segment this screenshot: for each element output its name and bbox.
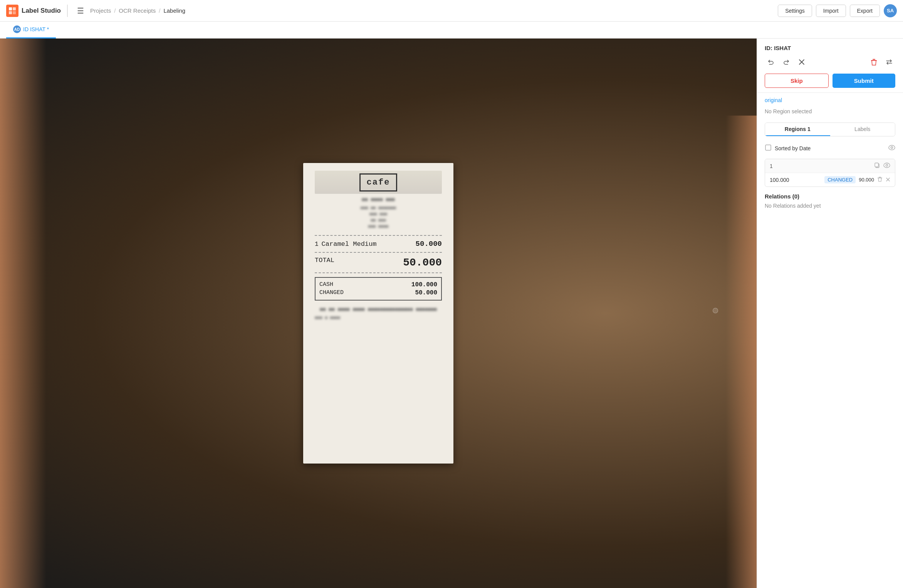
- submit-button[interactable]: Submit: [833, 74, 896, 88]
- close-button[interactable]: [796, 56, 808, 68]
- eye-toggle-button[interactable]: [888, 145, 895, 152]
- no-region-area: No Region selected: [757, 108, 903, 118]
- redo-button[interactable]: [780, 56, 792, 68]
- region-item-header: 1: [765, 159, 895, 173]
- import-button[interactable]: Import: [816, 5, 846, 17]
- no-relations-text: No Relations added yet: [765, 203, 895, 209]
- svg-rect-1: [9, 7, 12, 10]
- image-area[interactable]: cafe ■■ ■■■■ ■■■ ■■■ ■■ ■■■■■■■ ■■■ ■■■ …: [0, 39, 757, 588]
- logo-icon: [6, 5, 18, 17]
- breadcrumb: Projects / OCR Receipts / Labeling: [90, 7, 185, 14]
- dashed-line-1: [315, 235, 442, 236]
- breadcrumb-project-name[interactable]: OCR Receipts: [119, 7, 156, 14]
- region-tag-changed: CHANGED: [824, 176, 856, 183]
- no-region-text: No Region selected: [765, 107, 812, 119]
- sorted-by-date-region: Sorted by Date: [765, 142, 895, 155]
- item-price: 50.000: [416, 240, 442, 248]
- total-price: 50.000: [403, 257, 442, 269]
- relations-title: Relations (0): [765, 193, 895, 200]
- cursor-indicator: [713, 308, 718, 313]
- receipt-blurred-footer2: ■■■ ■ ■■■■: [315, 316, 442, 320]
- topnav: Label Studio ☰ Projects / OCR Receipts /…: [0, 0, 903, 22]
- subnav-tab-id[interactable]: AD ID ISHAT *: [6, 22, 56, 39]
- cash-label: CASH: [319, 281, 333, 288]
- svg-rect-2: [13, 7, 16, 10]
- region-value: 100.000: [770, 177, 821, 183]
- changed-label: CHANGED: [319, 289, 344, 296]
- task-id-label: ID: ISHAT: [765, 45, 895, 51]
- right-panel: ID: ISHAT Skip: [757, 39, 903, 588]
- receipt-total-row: TOTAL 50.000: [315, 257, 442, 269]
- app-title: Label Studio: [22, 7, 61, 15]
- svg-point-11: [891, 147, 893, 149]
- region-eye-button[interactable]: [883, 162, 890, 170]
- receipt-footer: ■■ ■■ ■■■■ ■■■■ ■■■■■■■■■■■■■■■ ■■■■■■■ …: [315, 307, 442, 320]
- cash-box: CASH 100.000 CHANGED 50.000: [315, 277, 442, 301]
- item-name: Caramel Medium: [322, 240, 416, 248]
- export-button[interactable]: Export: [850, 5, 880, 17]
- receipt-blurred-detail3: ■■ ■■■: [315, 218, 442, 223]
- region-item-number: 1: [770, 163, 874, 169]
- changed-row: CHANGED 50.000: [319, 289, 437, 296]
- region-close-button[interactable]: [886, 176, 890, 183]
- breadcrumb-current: Labeling: [163, 7, 185, 14]
- regions-labels-tabs: Regions 1 Labels: [765, 123, 895, 136]
- receipt-blurred-address: ■■ ■■■■ ■■■: [315, 197, 442, 203]
- svg-point-14: [884, 163, 890, 168]
- total-label: TOTAL: [315, 257, 334, 269]
- tab-regions[interactable]: Regions 1: [765, 123, 830, 136]
- svg-rect-17: [879, 177, 881, 178]
- region-item-box: 1 100.000 CHANGED 90.000: [765, 159, 895, 187]
- relations-section: Relations (0) No Relations added yet: [757, 187, 903, 209]
- svg-rect-9: [765, 145, 771, 150]
- hamburger-menu[interactable]: ☰: [77, 6, 84, 15]
- receipt-blurred-detail1: ■■■ ■■ ■■■■■■■: [315, 206, 442, 210]
- dashed-line-3: [315, 272, 442, 273]
- receipt-blurred-footer1: ■■ ■■ ■■■■ ■■■■ ■■■■■■■■■■■■■■■ ■■■■■■■: [315, 307, 442, 312]
- changed-value: 50.000: [415, 289, 437, 296]
- user-badge: AD: [13, 25, 21, 33]
- swap-button[interactable]: [883, 56, 895, 68]
- tab-labels[interactable]: Labels: [830, 123, 895, 136]
- receipt-item-row: 1 Caramel Medium 50.000: [315, 240, 442, 248]
- original-link-area: original: [757, 93, 903, 108]
- region-tag-value: 90.000: [859, 177, 874, 183]
- region-item-body: 100.000 CHANGED 90.000: [765, 173, 895, 186]
- breadcrumb-sep2: /: [159, 7, 160, 14]
- undo-button[interactable]: [765, 56, 777, 68]
- receipt-blurred-detail2: ■■■ ■■■: [315, 212, 442, 217]
- subnav: AD ID ISHAT *: [0, 22, 903, 39]
- svg-point-10: [889, 145, 895, 150]
- svg-rect-13: [875, 163, 878, 167]
- toolbar-row: [765, 56, 895, 68]
- item-number: 1: [315, 241, 319, 248]
- dashed-line-2: [315, 252, 442, 253]
- region-delete-button[interactable]: [877, 176, 883, 183]
- svg-rect-3: [9, 11, 12, 14]
- original-link[interactable]: original: [765, 97, 782, 103]
- svg-rect-4: [13, 11, 16, 14]
- region-item-actions: [874, 162, 890, 170]
- region-copy-button[interactable]: [874, 162, 880, 170]
- image-content: cafe ■■ ■■■■ ■■■ ■■■ ■■ ■■■■■■■ ■■■ ■■■ …: [0, 39, 757, 588]
- nav-actions: Settings Import Export SA: [778, 4, 897, 17]
- settings-button[interactable]: Settings: [778, 5, 812, 17]
- action-buttons: Skip Submit: [765, 74, 895, 88]
- cash-section: CASH 100.000 CHANGED 50.000: [315, 277, 442, 301]
- breadcrumb-projects[interactable]: Projects: [90, 7, 111, 14]
- svg-point-15: [886, 165, 888, 166]
- sorted-by-date-label[interactable]: Sorted by Date: [775, 145, 885, 151]
- task-tab-text: ID ISHAT *: [23, 26, 49, 32]
- right-header: ID: ISHAT Skip: [757, 39, 903, 93]
- delete-button[interactable]: [868, 56, 880, 68]
- region-checkbox-icon: [765, 144, 772, 153]
- receipt-paper: cafe ■■ ■■■■ ■■■ ■■■ ■■ ■■■■■■■ ■■■ ■■■ …: [303, 163, 453, 464]
- breadcrumb-sep1: /: [114, 7, 116, 14]
- receipt-header: cafe ■■ ■■■■ ■■■ ■■■ ■■ ■■■■■■■ ■■■ ■■■ …: [315, 171, 442, 229]
- svg-rect-0: [6, 5, 18, 17]
- skip-button[interactable]: Skip: [765, 74, 829, 88]
- cash-row: CASH 100.000: [319, 281, 437, 288]
- cafe-box: cafe: [359, 173, 398, 192]
- avatar[interactable]: SA: [884, 4, 897, 17]
- logo-area: Label Studio: [6, 5, 68, 17]
